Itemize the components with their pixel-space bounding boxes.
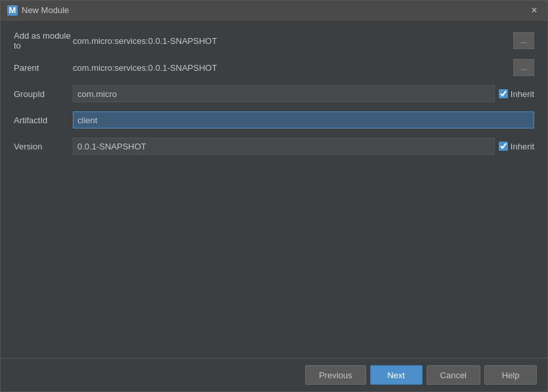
parent-row: Parent com.micro:services:0.0.1-SNAPSHOT… <box>14 58 534 77</box>
cancel-button[interactable]: Cancel <box>427 365 480 385</box>
next-button[interactable]: Next <box>370 365 423 385</box>
version-row: Version Inherit <box>14 137 534 155</box>
group-id-row: GroupId Inherit <box>14 85 534 103</box>
group-id-label: GroupId <box>14 89 73 99</box>
artifact-id-input[interactable] <box>73 111 534 128</box>
version-inherit-checkbox[interactable] <box>499 142 508 151</box>
add-as-module-field: com.micro:services:0.0.1-SNAPSHOT <box>73 36 509 46</box>
group-id-field: Inherit <box>73 85 534 102</box>
close-button[interactable]: × <box>528 4 541 17</box>
group-id-input[interactable] <box>73 85 495 102</box>
title-bar: M New Module × <box>1 1 547 20</box>
group-id-inherit-label: Inherit <box>499 89 534 99</box>
add-as-module-row: Add as module to com.micro:services:0.0.… <box>14 31 534 50</box>
version-inherit-label: Inherit <box>499 142 534 151</box>
parent-field: com.micro:services:0.0.1-SNAPSHOT <box>73 63 509 73</box>
help-button[interactable]: Help <box>484 365 537 385</box>
parent-right: ... <box>513 59 534 76</box>
dialog-footer: Previous Next Cancel Help <box>1 358 547 391</box>
dialog-icon-text: M <box>9 5 16 15</box>
add-as-module-value: com.micro:services:0.0.1-SNAPSHOT <box>73 36 217 46</box>
version-field: Inherit <box>73 138 534 155</box>
new-module-dialog: M New Module × Add as module to com.micr… <box>0 0 548 392</box>
parent-value: com.micro:services:0.0.1-SNAPSHOT <box>73 63 509 73</box>
previous-button[interactable]: Previous <box>305 365 366 385</box>
add-as-module-right: ... <box>513 32 534 49</box>
artifact-id-label: ArtifactId <box>14 115 73 125</box>
version-inherit-text: Inherit <box>511 142 534 151</box>
version-label: Version <box>14 142 73 151</box>
version-input[interactable] <box>73 138 495 155</box>
artifact-id-row: ArtifactId <box>14 111 534 129</box>
parent-browse-button[interactable]: ... <box>513 59 534 76</box>
add-as-module-label: Add as module to <box>14 31 73 50</box>
title-bar-left: M New Module <box>7 5 69 16</box>
parent-label: Parent <box>14 63 73 73</box>
dialog-title: New Module <box>22 5 69 15</box>
dialog-icon: M <box>7 5 18 16</box>
group-id-inherit-checkbox[interactable] <box>499 89 508 98</box>
artifact-id-field <box>73 111 534 128</box>
group-id-inherit-text: Inherit <box>511 89 534 99</box>
add-as-module-browse-button[interactable]: ... <box>513 32 534 49</box>
dialog-content: Add as module to com.micro:services:0.0.… <box>1 20 547 358</box>
